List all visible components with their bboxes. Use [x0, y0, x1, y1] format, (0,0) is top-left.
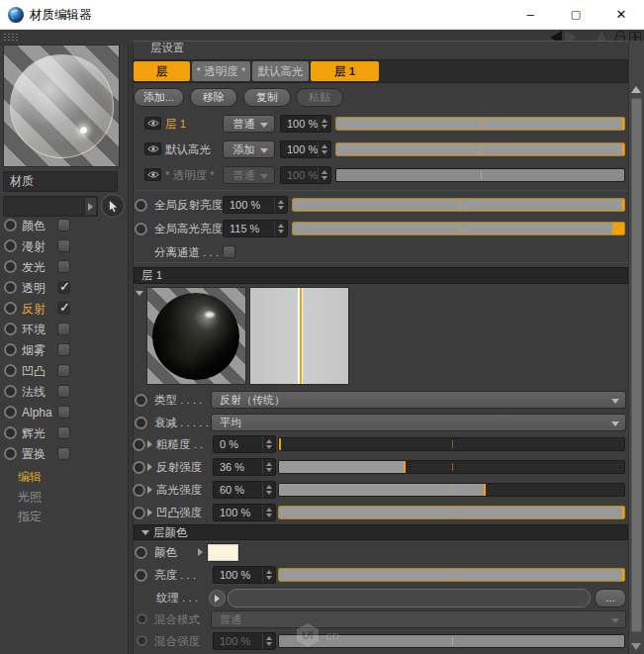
visibility-toggle[interactable]	[144, 168, 161, 181]
stepper-arrows-icon[interactable]	[262, 482, 275, 498]
falloff-dropdown[interactable]: 平均	[211, 414, 626, 431]
channel-checkbox[interactable]	[57, 302, 70, 315]
channel-checkbox[interactable]	[57, 447, 70, 460]
radio-icon[interactable]	[4, 406, 17, 419]
channel-row-environment[interactable]: 环境	[0, 321, 129, 338]
drag-grip-icon[interactable]	[3, 33, 20, 43]
radio-icon[interactable]	[4, 260, 17, 273]
type-dropdown[interactable]: 反射（传统）	[211, 391, 626, 409]
channel-row-alpha[interactable]: Alpha	[0, 404, 129, 421]
radio-icon[interactable]	[133, 484, 145, 497]
specular-strength-spinner[interactable]: 60 %	[213, 481, 276, 499]
channel-label[interactable]: 凹凸	[22, 362, 46, 380]
radio-icon[interactable]	[133, 438, 145, 451]
radio-icon[interactable]	[4, 447, 17, 460]
channel-row-bump[interactable]: 凹凸	[0, 362, 129, 380]
layer-name[interactable]: 层 1	[165, 115, 186, 133]
radio-icon[interactable]	[135, 417, 147, 429]
layer-blend-dropdown[interactable]: 添加	[223, 140, 275, 158]
channel-checkbox[interactable]	[57, 343, 70, 356]
stepper-arrows-icon[interactable]	[262, 459, 275, 475]
layer-preview-thumbnail[interactable]	[146, 287, 246, 385]
radio-icon[interactable]	[135, 199, 147, 212]
channel-checkbox[interactable]	[57, 426, 70, 439]
radio-icon[interactable]	[135, 394, 147, 407]
channel-label[interactable]: 置换	[22, 445, 46, 463]
scrollbar[interactable]	[628, 41, 644, 654]
visibility-toggle[interactable]	[144, 117, 161, 130]
color-swatch[interactable]	[208, 544, 238, 561]
sidebar-item-illumination[interactable]: 光照	[18, 488, 127, 506]
layer1-section-header[interactable]: 层 1	[134, 267, 628, 284]
stepper-arrows-icon[interactable]	[262, 567, 275, 583]
expand-icon[interactable]	[198, 548, 203, 556]
channel-label[interactable]: 发光	[22, 258, 46, 276]
channel-label[interactable]: 法线	[22, 383, 46, 401]
expand-icon[interactable]	[147, 509, 152, 516]
channel-label[interactable]: Alpha	[22, 404, 52, 421]
layer-opacity-spinner[interactable]: 100 %	[280, 140, 331, 158]
channel-checkbox[interactable]	[57, 281, 70, 294]
texture-browse-button[interactable]: ...	[595, 589, 626, 607]
radio-icon[interactable]	[4, 426, 17, 439]
stepper-arrows-icon[interactable]	[318, 116, 330, 132]
channel-checkbox[interactable]	[57, 239, 70, 252]
channel-row-transparency[interactable]: 透明	[0, 279, 129, 297]
copy-button[interactable]: 复制	[243, 88, 291, 107]
radio-icon[interactable]	[4, 323, 17, 335]
pick-material-button[interactable]	[101, 194, 125, 218]
tab-default-specular[interactable]: 默认高光	[252, 61, 309, 81]
shader-nav-field[interactable]	[3, 196, 98, 217]
radio-icon[interactable]	[133, 507, 145, 519]
close-button[interactable]: ✕	[598, 0, 644, 30]
expand-icon[interactable]	[147, 440, 152, 448]
tab-layers[interactable]: 层	[134, 61, 190, 81]
radio-icon[interactable]	[4, 343, 17, 356]
radio-icon[interactable]	[4, 302, 17, 315]
channel-checkbox[interactable]	[57, 385, 70, 398]
global-specular-slider[interactable]	[292, 222, 625, 235]
stepper-arrows-icon[interactable]	[262, 436, 275, 452]
channel-row-normal[interactable]: 法线	[0, 383, 129, 401]
channel-row-reflectance[interactable]: 反射	[0, 300, 129, 318]
channel-checkbox[interactable]	[57, 260, 70, 273]
channel-label[interactable]: 环境	[22, 321, 46, 338]
channel-row-glow[interactable]: 辉光	[0, 424, 129, 442]
channel-row-fog[interactable]: 烟雾	[0, 341, 129, 359]
radio-icon[interactable]	[4, 364, 17, 377]
global-specular-spinner[interactable]: 115 %	[223, 220, 288, 237]
global-reflection-spinner[interactable]: 100 %	[223, 196, 288, 214]
stepper-arrows-icon[interactable]	[318, 141, 330, 157]
texture-field[interactable]	[228, 589, 591, 607]
layer-opacity-slider[interactable]	[335, 117, 625, 131]
expand-icon[interactable]	[147, 463, 152, 471]
add-button[interactable]: 添加...	[134, 88, 184, 107]
layer-name[interactable]: 默认高光	[165, 140, 211, 158]
falloff-preview-thumbnail[interactable]	[249, 287, 349, 385]
material-preview[interactable]	[3, 45, 120, 167]
radio-icon[interactable]	[133, 461, 145, 474]
channel-checkbox[interactable]	[57, 406, 70, 419]
layer-name[interactable]: * 透明度 *	[165, 166, 215, 184]
stepper-arrows-icon[interactable]	[274, 221, 287, 236]
tab-layer1[interactable]: 层 1	[311, 61, 379, 81]
channel-row-luminance[interactable]: 发光	[0, 258, 129, 276]
layer-opacity-spinner[interactable]: 100 %	[280, 115, 331, 133]
sidebar-item-assign[interactable]: 指定	[18, 508, 127, 525]
roughness-slider[interactable]	[278, 437, 625, 451]
radio-icon[interactable]	[4, 239, 17, 252]
remove-button[interactable]: 移除	[190, 88, 237, 107]
channel-label[interactable]: 烟雾	[22, 341, 46, 359]
channel-label[interactable]: 辉光	[22, 424, 46, 442]
global-reflection-slider[interactable]	[292, 198, 625, 212]
channel-label[interactable]: 漫射	[22, 237, 46, 255]
collapse-icon[interactable]	[136, 291, 143, 296]
scroll-down-icon[interactable]	[631, 643, 641, 650]
sidebar-item-edit[interactable]: 编辑	[18, 468, 127, 486]
layer-color-header[interactable]: 层颜色	[134, 524, 628, 540]
layer-opacity-slider[interactable]	[335, 142, 625, 156]
radio-icon[interactable]	[135, 569, 147, 582]
radio-icon[interactable]	[135, 223, 147, 235]
channel-label[interactable]: 反射	[22, 300, 46, 318]
radio-icon[interactable]	[4, 281, 17, 294]
